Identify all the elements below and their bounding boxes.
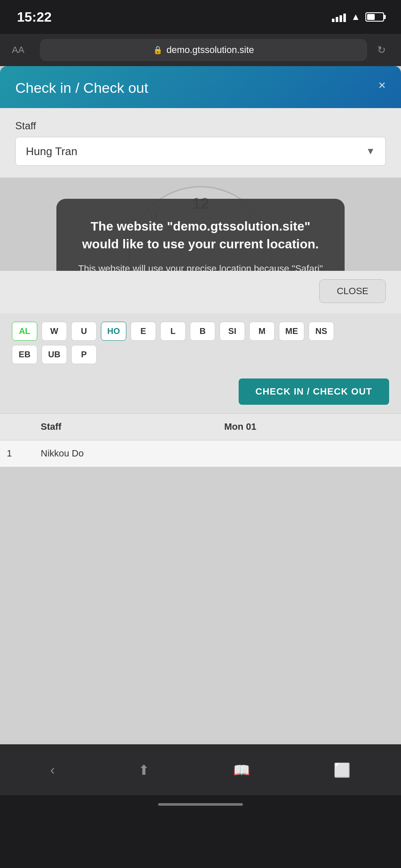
- close-x-button[interactable]: ×: [378, 78, 386, 92]
- bottom-nav: ‹ ⬆ 📖 ⬜: [0, 744, 401, 795]
- col-date-header: Mon 01: [217, 414, 401, 440]
- table-row: 1 Nikkou Do: [0, 440, 401, 467]
- tag-ub[interactable]: UB: [42, 345, 67, 364]
- close-area: CLOSE: [0, 271, 401, 313]
- refresh-icon[interactable]: ↻: [374, 44, 389, 56]
- row-staff: Nikkou Do: [34, 440, 217, 467]
- battery-icon: [365, 12, 384, 22]
- modal-subtitle: This website will use your precise locat…: [73, 262, 328, 271]
- close-button[interactable]: CLOSE: [319, 279, 386, 303]
- share-icon[interactable]: ⬆: [138, 762, 150, 778]
- tag-si[interactable]: SI: [220, 322, 245, 341]
- wifi-icon: ▲: [351, 11, 360, 22]
- tag-ho[interactable]: HO: [101, 322, 126, 341]
- form-area: Staff Hung Tran ▼: [0, 108, 401, 178]
- status-time: 15:22: [17, 9, 52, 25]
- tag-me[interactable]: ME: [279, 322, 304, 341]
- modal-dialog: The website "demo.gtssolution.site" woul…: [56, 199, 345, 271]
- checkin-btn-area: CHECK IN / CHECK OUT: [0, 375, 401, 413]
- staff-label: Staff: [15, 120, 386, 132]
- location-permission-modal: The website "demo.gtssolution.site" woul…: [56, 199, 345, 271]
- modal-body: The website "demo.gtssolution.site" woul…: [56, 199, 345, 271]
- home-indicator: [0, 795, 401, 814]
- tag-eb[interactable]: EB: [12, 345, 37, 364]
- checkin-action-button[interactable]: CHECK IN / CHECK OUT: [239, 378, 389, 405]
- tag-al[interactable]: AL: [12, 322, 37, 341]
- tags-row-2: EB UB P: [12, 345, 389, 364]
- status-icons: ▲: [332, 11, 384, 22]
- lock-icon: 🔒: [153, 45, 162, 55]
- checkin-panel: Check in / Check out ×: [0, 66, 401, 108]
- back-icon[interactable]: ‹: [50, 762, 55, 778]
- status-bar: 15:22 ▲: [0, 0, 401, 34]
- browser-url: demo.gtssolution.site: [167, 45, 254, 56]
- table-header: Staff Mon 01: [0, 413, 401, 440]
- row-date: [217, 440, 401, 467]
- signal-icon: [332, 12, 346, 22]
- table-area: Staff Mon 01 1 Nikkou Do: [0, 413, 401, 467]
- staff-selected-value: Hung Tran: [26, 145, 77, 158]
- tag-w[interactable]: W: [42, 322, 67, 341]
- tag-e[interactable]: E: [131, 322, 156, 341]
- browser-bar: AA 🔒 demo.gtssolution.site ↻: [0, 34, 401, 66]
- col-staff-header: Staff: [34, 414, 217, 440]
- tags-row-1: AL W U HO E L B SI M ME NS: [12, 322, 389, 341]
- tabs-icon[interactable]: ⬜: [334, 762, 351, 778]
- modal-title: The website "demo.gtssolution.site" woul…: [73, 217, 328, 253]
- page-title: Check in / Check out: [15, 80, 148, 96]
- home-bar: [158, 803, 243, 806]
- font-size-control[interactable]: AA: [12, 45, 33, 56]
- tag-m[interactable]: M: [249, 322, 275, 341]
- reading-list-icon[interactable]: 📖: [233, 762, 250, 778]
- staff-tags-area: AL W U HO E L B SI M ME NS EB UB P: [0, 313, 401, 375]
- tag-u[interactable]: U: [71, 322, 97, 341]
- tag-b[interactable]: B: [190, 322, 215, 341]
- address-bar[interactable]: 🔒 demo.gtssolution.site: [40, 39, 367, 61]
- clock-area: 12 11 1 10 2 The website "demo.gtssoluti…: [0, 178, 401, 271]
- tag-l[interactable]: L: [160, 322, 186, 341]
- row-num: 1: [0, 440, 34, 467]
- staff-select[interactable]: Hung Tran ▼: [15, 137, 386, 166]
- col-num-header: [0, 414, 34, 440]
- main-content: Check in / Check out × Staff Hung Tran ▼…: [0, 66, 401, 744]
- tag-ns[interactable]: NS: [309, 322, 334, 341]
- dropdown-arrow-icon: ▼: [366, 146, 375, 157]
- tag-p[interactable]: P: [71, 345, 97, 364]
